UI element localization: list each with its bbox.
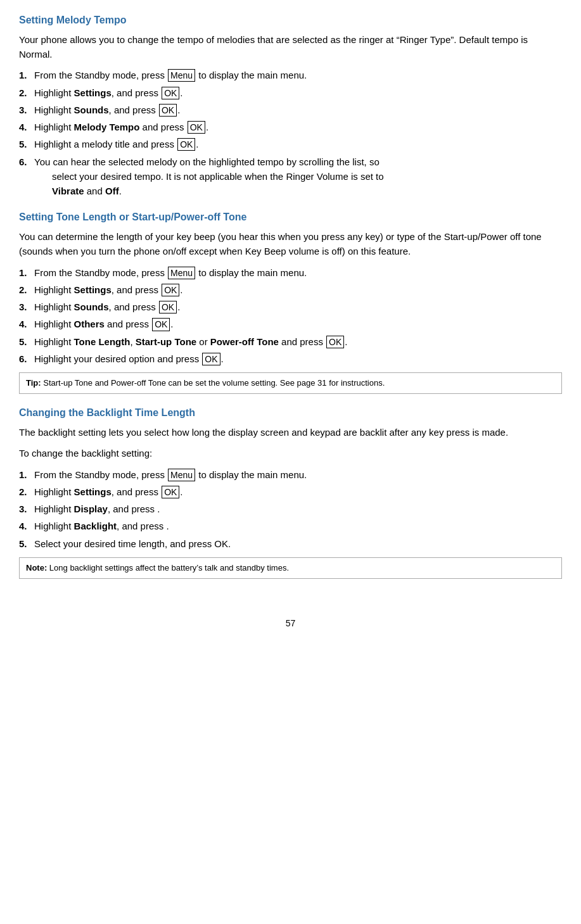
- step-1-melody-content: From the Standby mode, press Menu to dis…: [34, 68, 562, 82]
- note-box: Note: Long backlight settings affect the…: [19, 557, 562, 579]
- step-3-tone-text-before: Highlight: [34, 301, 74, 312]
- step-4-tone-text-after: and press: [105, 319, 151, 329]
- tip-text: Start-up Tone and Power-off Tone can be …: [43, 378, 385, 388]
- section-title-tone-length: Setting Tone Length or Start-up/Power-of…: [19, 210, 562, 225]
- step-2-backlight-content: Highlight Settings, and press OK.: [34, 484, 562, 499]
- step-6-tone: 6. Highlight your desired option and pre…: [19, 351, 562, 366]
- step-6-melody-line3: Vibrate and Off.: [34, 184, 122, 198]
- step-5-tone-end: .: [345, 336, 347, 347]
- step-6-tone-content: Highlight your desired option and press …: [34, 351, 562, 366]
- step-3-tone: 3. Highlight Sounds, and press OK.: [19, 300, 562, 314]
- step-6-vibrate: Vibrate: [52, 186, 84, 196]
- step-2-melody: 2. Highlight Settings, and press OK.: [19, 85, 562, 100]
- step-4-melody-text-before: Highlight: [34, 122, 74, 132]
- step-5-tone-bold2: Start-up Tone: [136, 336, 196, 347]
- step-3-melody: 3. Highlight Sounds, and press OK.: [19, 103, 562, 117]
- step-2-backlight-text-after: , and press: [112, 486, 161, 497]
- step-1-melody-text-after: to display the main menu.: [196, 70, 307, 80]
- step-2-backlight: 2. Highlight Settings, and press OK.: [19, 484, 562, 499]
- step-2-tone-bold: Settings: [74, 284, 112, 295]
- tone-length-intro: You can determine the length of your key…: [19, 229, 562, 259]
- melody-tempo-intro: Your phone allows you to change the temp…: [19, 32, 562, 62]
- step-4-tone-end: .: [170, 319, 173, 329]
- note-label: Note:: [26, 563, 47, 573]
- step-2-backlight-text-before: Highlight: [34, 486, 74, 497]
- note-text: Long backlight settings affect the batte…: [49, 563, 289, 573]
- step-1-melody-text-before: From the Standby mode, press: [34, 70, 167, 80]
- step-1-tone-content: From the Standby mode, press Menu to dis…: [34, 265, 562, 280]
- step-2-tone-content: Highlight Settings, and press OK.: [34, 282, 562, 297]
- step-4-backlight-content: Highlight Backlight, and press .: [34, 519, 562, 533]
- step-2-melody-end: .: [180, 87, 182, 98]
- step-2-tone-num: 2.: [19, 282, 34, 297]
- ok-btn-tone-4: OK: [152, 318, 170, 331]
- step-4-melody-bold: Melody Tempo: [74, 122, 140, 132]
- ok-btn-2: OK: [162, 87, 179, 99]
- step-1-backlight-num: 1.: [19, 467, 34, 482]
- step-6-melody-content: You can hear the selected melody on the …: [34, 155, 562, 199]
- ok-btn-tone-2: OK: [162, 284, 179, 296]
- page-number: 57: [19, 617, 562, 631]
- step-3-melody-content: Highlight Sounds, and press OK.: [34, 103, 562, 117]
- step-5-tone-content: Highlight Tone Length, Start-up Tone or …: [34, 334, 562, 349]
- tip-box: Tip: Start-up Tone and Power-off Tone ca…: [19, 372, 562, 394]
- step-1-tone-num: 1.: [19, 265, 34, 280]
- backlight-intro1: The backlight setting lets you select ho…: [19, 425, 562, 440]
- ok-btn-4: OK: [188, 121, 205, 134]
- step-6-tone-line1: Highlight your desired option and press: [34, 353, 201, 364]
- step-4-backlight-text-before: Highlight: [34, 521, 74, 531]
- tone-length-steps: 1. From the Standby mode, press Menu to …: [19, 265, 562, 367]
- step-6-melody-line2: select your desired tempo. It is not app…: [34, 169, 384, 184]
- step-3-backlight-bold: Display: [74, 503, 108, 514]
- step-4-backlight-text-after: , and press .: [117, 521, 169, 531]
- step-3-melody-text-before: Highlight: [34, 104, 74, 115]
- step-6-tone-num: 6.: [19, 351, 34, 366]
- step-3-backlight-text-after: , and press .: [108, 503, 160, 514]
- backlight-steps: 1. From the Standby mode, press Menu to …: [19, 467, 562, 551]
- step-2-tone-text-before: Highlight: [34, 284, 74, 295]
- step-3-backlight-content: Highlight Display, and press .: [34, 502, 562, 516]
- ok-btn-backlight-2: OK: [162, 486, 179, 498]
- step-4-tone: 4. Highlight Others and press OK.: [19, 317, 562, 331]
- backlight-intro2: To change the backlight setting:: [19, 446, 562, 460]
- menu-btn-backlight-1: Menu: [168, 469, 195, 481]
- step-4-backlight: 4. Highlight Backlight, and press .: [19, 519, 562, 533]
- step-3-tone-num: 3.: [19, 300, 34, 314]
- step-5-tone-or: or: [196, 336, 210, 347]
- step-3-melody-end: .: [177, 104, 180, 115]
- step-3-melody-num: 3.: [19, 103, 34, 117]
- step-6-tone-end: .: [221, 353, 224, 364]
- step-1-tone: 1. From the Standby mode, press Menu to …: [19, 265, 562, 280]
- step-5-melody-content: Highlight a melody title and press OK.: [34, 137, 562, 151]
- step-6-period: .: [119, 186, 122, 196]
- step-4-tone-text-before: Highlight: [34, 319, 74, 329]
- step-3-tone-end: .: [177, 301, 180, 312]
- step-5-melody-end: .: [196, 139, 198, 149]
- step-2-melody-text-before: Highlight: [34, 87, 74, 98]
- step-4-backlight-bold: Backlight: [74, 521, 117, 531]
- step-5-backlight: 5. Select your desired time length, and …: [19, 536, 562, 551]
- step-2-tone: 2. Highlight Settings, and press OK.: [19, 282, 562, 297]
- step-2-melody-text-after: , and press: [112, 87, 161, 98]
- step-4-tone-num: 4.: [19, 317, 34, 331]
- menu-btn-1: Menu: [168, 69, 195, 82]
- melody-tempo-steps: 1. From the Standby mode, press Menu to …: [19, 68, 562, 198]
- step-4-melody-end: .: [206, 122, 208, 132]
- ok-btn-3: OK: [159, 104, 177, 117]
- step-3-backlight: 3. Highlight Display, and press .: [19, 502, 562, 516]
- step-6-melody: 6. You can hear the selected melody on t…: [19, 155, 562, 199]
- step-4-melody-text-after: and press: [139, 122, 186, 132]
- step-1-backlight-content: From the Standby mode, press Menu to dis…: [34, 467, 562, 482]
- step-1-backlight-text-after: to display the main menu.: [196, 469, 307, 480]
- step-1-backlight: 1. From the Standby mode, press Menu to …: [19, 467, 562, 482]
- section-title-melody-tempo: Setting Melody Tempo: [19, 13, 562, 28]
- step-4-melody: 4. Highlight Melody Tempo and press OK.: [19, 120, 562, 134]
- step-2-tone-end: .: [180, 284, 182, 295]
- step-2-melody-bold: Settings: [74, 87, 112, 98]
- ok-btn-tone-5: OK: [326, 336, 344, 348]
- step-5-tone-text-end: and press: [279, 336, 326, 347]
- step-1-backlight-text-before: From the Standby mode, press: [34, 469, 167, 480]
- tip-label: Tip:: [26, 378, 41, 388]
- step-5-tone-bold3: Power-off Tone: [210, 336, 279, 347]
- step-5-backlight-num: 5.: [19, 536, 34, 551]
